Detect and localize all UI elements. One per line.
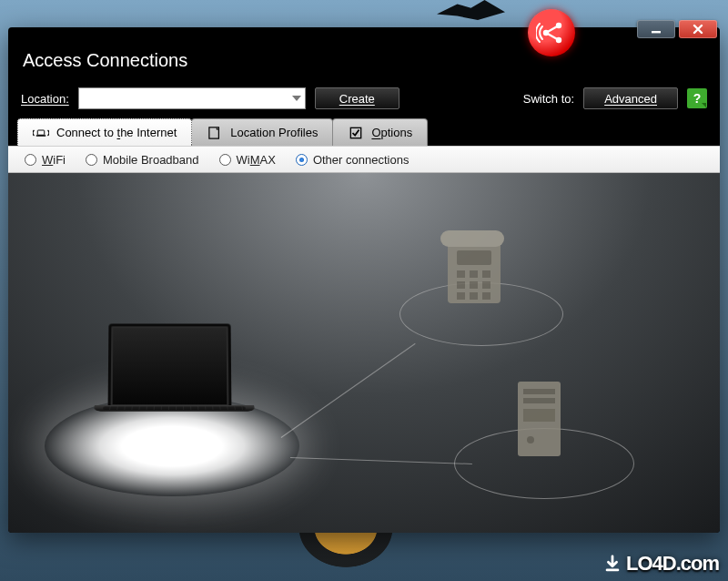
svg-rect-25 (523, 409, 555, 422)
radio-icon (219, 154, 231, 166)
radio-mbb-label: Mobile Broadband (103, 153, 199, 167)
signal-icon (33, 127, 49, 139)
radio-wimax-label: WiMAX (237, 153, 276, 167)
tab-profiles-label: Location Profiles (230, 126, 318, 139)
svg-rect-20 (470, 292, 478, 300)
radio-wifi-label: WiFi (42, 153, 66, 167)
connection-line (290, 457, 472, 464)
connection-line (281, 343, 416, 438)
background-parachute (291, 528, 400, 574)
tab-strip: Connect to the Internet Location Profile… (8, 118, 720, 146)
svg-rect-16 (457, 281, 465, 289)
radio-icon-selected (296, 154, 308, 166)
watermark: LO4D.com (602, 552, 719, 576)
window-controls (637, 20, 717, 38)
location-label: Location: (21, 92, 69, 106)
server-tower-icon (514, 378, 564, 460)
tab-location-profiles[interactable]: Location Profiles (191, 118, 333, 146)
svg-rect-6 (37, 130, 45, 135)
chevron-down-icon (292, 96, 301, 101)
svg-rect-12 (457, 250, 491, 265)
svg-rect-5 (652, 31, 661, 33)
svg-rect-18 (482, 281, 490, 289)
svg-rect-7 (36, 135, 46, 137)
radio-icon (86, 154, 97, 166)
radio-icon (25, 154, 36, 166)
checkbox-icon (348, 127, 364, 139)
tab-options[interactable]: Options (332, 118, 428, 146)
radio-other-label: Other connections (313, 153, 410, 167)
svg-point-26 (527, 436, 534, 443)
background-bird-silhouette (437, 0, 505, 20)
svg-rect-14 (470, 270, 478, 278)
radio-other-connections[interactable]: Other connections (296, 153, 410, 167)
create-label: Create (339, 92, 375, 106)
minimize-button[interactable] (637, 20, 675, 38)
svg-rect-21 (482, 292, 490, 300)
close-button[interactable] (679, 20, 717, 38)
network-diagram (8, 173, 720, 533)
laptop-icon (95, 323, 249, 451)
advanced-button[interactable]: Advanced (583, 87, 678, 109)
svg-line-4 (546, 33, 559, 40)
radio-wifi[interactable]: WiFi (25, 153, 66, 167)
app-window: Access Connections Location: Create Swit… (8, 27, 720, 533)
svg-rect-23 (523, 389, 555, 394)
help-button[interactable]: ? (687, 88, 707, 108)
download-icon (602, 554, 622, 574)
svg-rect-11 (440, 230, 504, 247)
document-icon (207, 127, 223, 139)
location-combo[interactable] (78, 87, 306, 109)
dialup-phone-icon (431, 223, 513, 310)
watermark-text: LO4D.com (626, 552, 719, 576)
advanced-label: Advanced (604, 92, 657, 106)
radio-wimax[interactable]: WiMAX (219, 153, 276, 167)
window-titlebar: Access Connections (8, 27, 720, 78)
create-button[interactable]: Create (315, 87, 399, 109)
svg-rect-17 (470, 281, 478, 289)
toolbar: Location: Create Switch to: Advanced ? (8, 78, 720, 118)
switch-to-label: Switch to: (523, 92, 574, 106)
tab-connect-internet[interactable]: Connect to the Internet (17, 118, 192, 146)
radio-mobile-broadband[interactable]: Mobile Broadband (86, 153, 199, 167)
help-icon: ? (693, 91, 702, 106)
svg-rect-15 (482, 270, 490, 278)
svg-line-3 (546, 25, 559, 33)
tab-options-label: Options (371, 126, 412, 139)
svg-rect-24 (523, 398, 555, 403)
window-title: Access Connections (23, 50, 187, 71)
tab-connect-label: Connect to the Internet (56, 126, 177, 139)
svg-rect-19 (457, 292, 465, 300)
beacon-share-icon (528, 9, 575, 56)
svg-rect-13 (457, 270, 465, 278)
connection-type-radiobar: WiFi Mobile Broadband WiMAX Other connec… (8, 146, 720, 173)
svg-rect-27 (606, 569, 620, 572)
